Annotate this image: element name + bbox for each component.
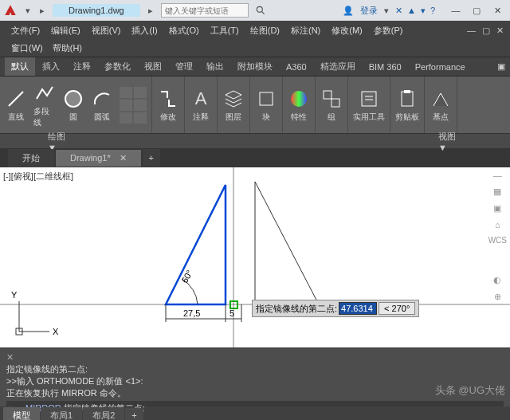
svg-text:X: X (53, 327, 59, 336)
tool-utilities[interactable]: 实用工具 (353, 88, 385, 123)
svg-rect-10 (402, 92, 413, 106)
nav-wheel-icon[interactable]: ◐ (493, 275, 501, 285)
layout-tab-layout1[interactable]: 布局1 (41, 407, 82, 421)
layout-tabs: 模型 布局1 布局2 + (0, 406, 510, 420)
ribbon-tab-annotate[interactable]: 注释 (67, 57, 97, 76)
wcs-label[interactable]: WCS (488, 236, 507, 245)
layout-tab-model[interactable]: 模型 (3, 407, 40, 421)
svg-text:27,5: 27,5 (183, 308, 200, 318)
tool-modify[interactable]: 修改 (157, 88, 179, 123)
maximize-button[interactable]: ▢ (467, 3, 486, 18)
mdi-close-icon[interactable]: ✕ (496, 26, 504, 36)
menu-tools[interactable]: 工具(T) (206, 22, 244, 39)
tool-arc[interactable]: 圆弧 (91, 88, 113, 123)
prompt-label: 指定镜像线的第二点: (256, 303, 337, 315)
doc-tab-close-icon[interactable]: ✕ (120, 153, 127, 163)
layout-tab-layout2[interactable]: 布局2 (83, 407, 124, 421)
drawing-canvas[interactable]: [-][俯视][二维线框] 60° 27,5 5 Y X — ▦ ▣ ⌂ WCS (0, 167, 510, 347)
layout-tab-add[interactable]: + (125, 408, 143, 420)
search-input[interactable] (161, 3, 249, 18)
menu-file[interactable]: 文件(F) (6, 22, 45, 39)
ribbon-tab-insert[interactable]: 插入 (36, 57, 66, 76)
menu-dimension[interactable]: 标注(N) (286, 22, 325, 39)
cmd-history-2: >>输入 ORTHOMODE 的新值 <1>: (6, 375, 504, 387)
ribbon-tab-parametric[interactable]: 参数化 (98, 57, 137, 76)
tool-basepoint-label: 基点 (433, 112, 449, 123)
menu-help[interactable]: 帮助(H) (48, 40, 87, 57)
cloud-icon[interactable]: ▲ (407, 6, 416, 16)
menu-modify[interactable]: 修改(M) (327, 22, 367, 39)
tool-circle-label: 圆 (69, 112, 77, 123)
svg-rect-7 (362, 92, 376, 106)
ribbon-tab-a360[interactable]: A360 (280, 59, 313, 75)
qat-dropdown-icon[interactable]: ▾ (22, 5, 33, 16)
nav-icon-1[interactable]: ▦ (493, 186, 501, 197)
help-icon[interactable]: ? (430, 6, 435, 16)
ribbon-tab-view[interactable]: 视图 (138, 57, 168, 76)
menu-view[interactable]: 视图(V) (87, 22, 126, 39)
angle-display: < 270° (379, 302, 415, 315)
ribbon-tab-default[interactable]: 默认 (5, 57, 35, 76)
svg-rect-5 (324, 91, 332, 99)
ribbon-tab-bim360[interactable]: BIM 360 (363, 59, 408, 75)
tool-properties[interactable]: 特性 (288, 88, 310, 123)
nav-icon-2[interactable]: ▣ (493, 203, 501, 214)
mdi-minimize-icon[interactable]: — (467, 26, 476, 35)
login-dropdown-icon[interactable]: ▾ (384, 6, 389, 16)
cmd-history-1: 指定镜像线的第二点: (6, 363, 504, 375)
user-icon[interactable]: 👤 (343, 6, 354, 16)
menu-insert[interactable]: 插入(I) (127, 22, 162, 39)
ribbon-tab-manage[interactable]: 管理 (169, 57, 199, 76)
tool-line[interactable]: 直线 (5, 88, 27, 123)
tool-layers[interactable]: 图层 (222, 88, 245, 123)
app-logo[interactable] (3, 3, 18, 18)
minimize-button[interactable]: — (446, 3, 465, 18)
doc-tab-drawing1-label: Drawing1* (70, 153, 111, 163)
tool-group[interactable]: 组 (320, 88, 343, 123)
ribbon-expand-icon[interactable]: ▣ (497, 61, 505, 72)
doc-tab-start[interactable]: 开始 (8, 149, 54, 167)
command-window[interactable]: ✕ 指定镜像线的第二点: >>输入 ORTHOMODE 的新值 <1>: 正在恢… (0, 347, 510, 406)
panel-label-view[interactable]: 视图 ▼ (438, 131, 462, 152)
menu-draw[interactable]: 绘图(D) (245, 22, 284, 39)
svg-text:5: 5 (230, 308, 234, 318)
draw-flyout[interactable] (120, 87, 147, 124)
menu-format[interactable]: 格式(O) (164, 22, 204, 39)
coordinate-input[interactable] (339, 302, 377, 315)
exchange-icon[interactable]: ✕ (395, 6, 402, 16)
tool-annotate[interactable]: A注释 (190, 88, 212, 123)
help-dropdown-icon[interactable]: ▾ (421, 6, 426, 16)
document-tabs: 开始 Drawing1* ✕ + (0, 148, 510, 167)
ribbon-tab-featured[interactable]: 精选应用 (314, 57, 362, 76)
mdi-restore-icon[interactable]: ▢ (482, 26, 490, 36)
svg-point-4 (291, 91, 307, 107)
tool-line-label: 直线 (8, 112, 24, 123)
recent-dropdown-icon[interactable]: ▸ (145, 5, 156, 16)
close-button[interactable]: ✕ (488, 3, 507, 18)
menu-parametric[interactable]: 参数(P) (369, 22, 408, 39)
search-field[interactable] (165, 6, 245, 15)
tool-polyline[interactable]: 多段线 (33, 82, 56, 128)
menu-window[interactable]: 窗口(W) (6, 40, 48, 57)
qat-next-icon[interactable]: ▸ (37, 5, 48, 16)
tool-clipboard[interactable]: 剪贴板 (395, 88, 419, 123)
ribbon-tab-performance[interactable]: Performance (409, 59, 472, 75)
ribbon-tab-output[interactable]: 输出 (200, 57, 230, 76)
menu-edit[interactable]: 编辑(E) (46, 22, 85, 39)
cmd-close-icon[interactable]: ✕ (6, 352, 14, 362)
doc-tab-drawing1[interactable]: Drawing1* ✕ (56, 150, 141, 167)
search-icon[interactable] (253, 3, 268, 18)
tool-properties-label: 特性 (291, 112, 307, 123)
nav-home-icon[interactable]: ⌂ (495, 220, 500, 230)
tool-block[interactable]: 块 (255, 88, 277, 123)
viewcube-icon[interactable]: — (493, 171, 502, 180)
nav-pan-icon[interactable]: ⊕ (494, 292, 501, 302)
login-link[interactable]: 登录 (360, 5, 378, 17)
tool-circle[interactable]: 圆 (62, 88, 84, 123)
ribbon-tab-addins[interactable]: 附加模块 (231, 57, 279, 76)
tool-basepoint[interactable]: 基点 (430, 88, 452, 123)
tool-clipboard-label: 剪贴板 (395, 112, 419, 123)
new-tab-button[interactable]: + (143, 149, 160, 167)
tool-annotate-label: 注释 (193, 112, 209, 123)
svg-rect-11 (404, 90, 410, 93)
